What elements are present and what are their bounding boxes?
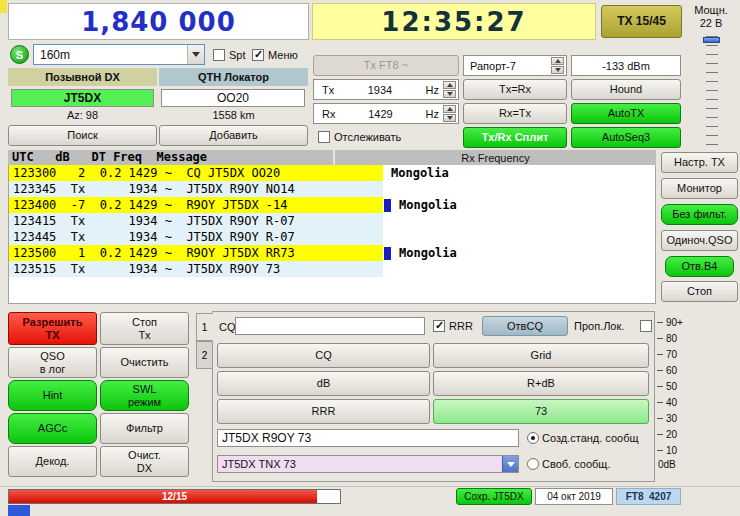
spt-label[interactable]: Spt — [229, 49, 246, 61]
tx-period-button[interactable]: TX 15/45 — [601, 5, 682, 38]
meter-label: 10 — [666, 445, 677, 456]
autoseq-button[interactable]: AutoSeq3 — [571, 127, 681, 148]
track-label[interactable]: Отслеживать — [334, 131, 401, 143]
tick-icon — [657, 370, 663, 371]
country-label: Mongolia — [399, 198, 457, 212]
tab-1[interactable]: 1 — [196, 313, 213, 341]
tick-icon — [657, 338, 663, 339]
add-button[interactable]: Добавить — [159, 125, 308, 146]
spinner-arrows-icon[interactable] — [443, 105, 456, 122]
decode-row[interactable]: 123400 -7 0.2 1429 ~ R9OY JT5DX -14 Mong… — [9, 197, 655, 213]
power-label: Мощн. — [684, 4, 738, 16]
dbm-display: -133 dBm — [571, 55, 681, 76]
single-qso-button[interactable]: Одиноч.QSO — [661, 230, 738, 251]
agcc-button[interactable]: AGCc — [8, 413, 97, 444]
distance-label: 1558 km — [159, 109, 308, 121]
split-button[interactable]: Tx/Rx Сплит — [463, 127, 567, 148]
taskbar-fragment — [8, 505, 30, 516]
decode-row[interactable]: 123345 Tx 1934 ~ JT5DX R9OY NO14 — [9, 181, 655, 197]
hound-button[interactable]: Hound — [571, 79, 681, 100]
autotx-button[interactable]: AutoTX — [571, 103, 681, 124]
swl-mode-button[interactable]: SWL режим — [100, 380, 189, 411]
meter-label: 70 — [666, 349, 677, 360]
save-callsign-button[interactable]: Сохр. JT5DX — [456, 488, 532, 505]
rx-eq-tx-button[interactable]: Rx=Tx — [463, 103, 567, 124]
filter-button[interactable]: Фильтр — [100, 413, 189, 444]
decode-row[interactable]: 123445 Tx 1934 ~ JT5DX R9OY R-07 — [9, 229, 655, 245]
decode-text: 123415 Tx 1934 ~ JT5DX R9OY R-07 — [9, 213, 383, 229]
tx-eq-rx-button[interactable]: Tx=Rx — [463, 79, 567, 100]
tick-icon — [657, 434, 663, 435]
azimuth-label: Az: 98 — [8, 109, 157, 121]
decode-text: 123300 2 0.2 1429 ~ CQ JT5DX OO20 — [9, 165, 383, 181]
tick-icon — [657, 450, 663, 451]
stop-button[interactable]: Стоп — [661, 281, 738, 302]
rx-freq-label: Rx — [322, 108, 335, 120]
meter-label: 30 — [666, 413, 677, 424]
rx-freq-value: 1429 — [335, 108, 425, 120]
clear-dx-button[interactable]: Очист. DX — [100, 446, 189, 477]
new-dx-marker — [384, 247, 391, 260]
decode-button[interactable]: Декод. — [8, 446, 97, 477]
monitor-button[interactable]: Монитор — [661, 178, 738, 199]
rx-frequency-header: Rx Frequency — [335, 150, 656, 165]
qth-locator-field[interactable]: OO20 — [161, 89, 305, 107]
meter-label: 60 — [666, 365, 677, 376]
frequency-display: 1,840 000 — [8, 3, 309, 40]
country-label: Mongolia — [391, 166, 449, 180]
decode-text: 123500 1 0.2 1429 ~ R9OY JT5DX RR73 — [9, 245, 383, 261]
tx-mode-button[interactable]: Tx FT8 ~ — [313, 55, 459, 76]
tx-freq-label: Tx — [322, 84, 334, 96]
messages-frame — [212, 311, 655, 482]
tx-settings-button[interactable]: Настр. TX — [661, 152, 738, 173]
tx-freq-spinbox[interactable]: Tx 1934 Hz — [313, 79, 459, 100]
decode-row[interactable]: 123515 Tx 1934 ~ JT5DX R9OY 73 — [9, 261, 655, 277]
decode-row[interactable]: 123300 2 0.2 1429 ~ CQ JT5DX OO20 Mongol… — [9, 165, 655, 181]
chevron-down-icon[interactable] — [187, 45, 204, 64]
meter-label: 50 — [666, 381, 677, 392]
no-filter-button[interactable]: Без фильт. — [661, 204, 738, 225]
report-spinbox[interactable]: Рапорт-7 — [463, 55, 567, 76]
power-value: 22 В — [684, 17, 738, 29]
power-slider-handle[interactable] — [703, 37, 720, 43]
clear-button[interactable]: Очистить — [100, 347, 189, 378]
search-button[interactable]: Поиск — [8, 125, 157, 146]
band-select[interactable]: 160m — [33, 44, 205, 65]
decode-row[interactable]: 123415 Tx 1934 ~ JT5DX R9OY R-07 — [9, 213, 655, 229]
rx-freq-spinbox[interactable]: Rx 1429 Hz — [313, 103, 459, 124]
decode-text: 123445 Tx 1934 ~ JT5DX R9OY R-07 — [9, 229, 383, 245]
dx-callsign-header: Позывной DX — [8, 68, 157, 86]
new-dx-marker — [384, 199, 391, 212]
log-qso-button[interactable]: QSO в лог — [8, 347, 97, 378]
date-display: 04 окт 2019 — [535, 488, 613, 505]
tick-icon — [657, 322, 663, 323]
tab-2[interactable]: 2 — [196, 341, 213, 369]
meter-label: 90+ — [666, 317, 683, 328]
track-checkbox[interactable] — [318, 131, 330, 143]
tx-freq-value: 1934 — [334, 84, 425, 96]
meter-zero-label: 0dB — [658, 459, 676, 470]
answer-b4-button[interactable]: Отв.В4 — [665, 256, 734, 277]
decode-table: 123300 2 0.2 1429 ~ CQ JT5DX OO20 Mongol… — [8, 165, 656, 304]
menu-label[interactable]: Меню — [268, 49, 298, 61]
tick-icon — [657, 354, 663, 355]
meter-label: 20 — [666, 429, 677, 440]
country-label: Mongolia — [399, 246, 457, 260]
report-value: Рапорт-7 — [464, 60, 516, 72]
band-value: 160m — [34, 48, 187, 62]
stop-tx-button[interactable]: Стоп Tx — [100, 312, 189, 345]
menu-checkbox[interactable] — [252, 49, 264, 61]
spot-indicator-button[interactable]: S — [10, 45, 29, 64]
spt-checkbox[interactable] — [213, 49, 225, 61]
jtdx-window: { "colors": { "accent_green": "#17DD17",… — [0, 0, 740, 516]
tick-icon — [657, 386, 663, 387]
spinner-arrows-icon[interactable] — [443, 81, 456, 98]
spinner-arrows-icon[interactable] — [551, 57, 564, 74]
hint-button[interactable]: Hint — [8, 380, 97, 411]
decode-text: 123345 Tx 1934 ~ JT5DX R9OY NO14 — [9, 181, 383, 197]
tick-icon — [657, 402, 663, 403]
decode-row[interactable]: 123500 1 0.2 1429 ~ R9OY JT5DX RR73 Mong… — [9, 245, 655, 261]
enable-tx-button[interactable]: Разрешить TX — [8, 312, 97, 345]
qth-locator-header: QTH Локатор — [159, 68, 308, 86]
dx-callsign-field[interactable]: JT5DX — [11, 89, 154, 107]
